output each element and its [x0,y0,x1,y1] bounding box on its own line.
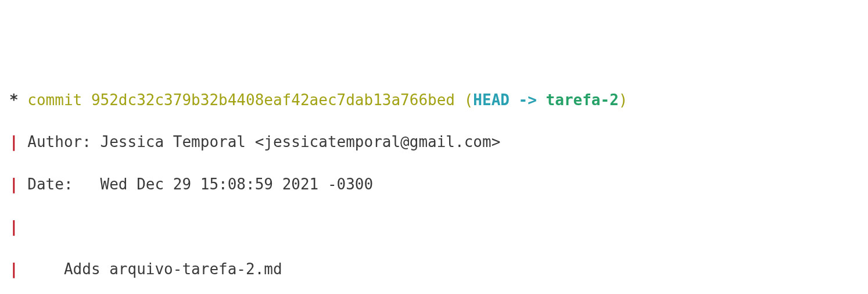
date-label: Date: [27,175,73,193]
branch-ref: tarefa-2 [546,91,619,109]
blank-line: | [9,216,859,237]
date-line-0: | Date: Wed Dec 29 15:08:59 2021 -0300 [9,174,859,195]
graph-pipe-icon: | [9,175,19,193]
author-value: Jessica Temporal <jessicatemporal@gmail.… [101,133,501,150]
graph-pipe-icon: | [9,260,19,278]
head-ref: HEAD [473,91,510,109]
arrow-icon: -> [510,91,546,109]
date-value: Wed Dec 29 15:08:59 2021 -0300 [101,175,374,193]
author-label: Author: [27,133,91,150]
graph-pipe-icon: | [9,218,19,235]
message-line-0: | Adds arquivo-tarefa-2.md [9,259,859,279]
commit-keyword: commit [27,91,82,109]
refs-close-paren: ) [619,91,628,109]
refs-open-paren: ( [464,91,474,109]
commit-message: Adds arquivo-tarefa-2.md [64,260,282,278]
author-line-0: | Author: Jessica Temporal <jessicatempo… [9,131,859,152]
graph-pipe-icon: | [9,133,19,150]
commit-hash: 952dc32c379b32b4408eaf42aec7dab13a766bed [91,91,455,109]
graph-node-icon: * [9,91,19,109]
commit-line-0: * commit 952dc32c379b32b4408eaf42aec7dab… [9,89,859,110]
